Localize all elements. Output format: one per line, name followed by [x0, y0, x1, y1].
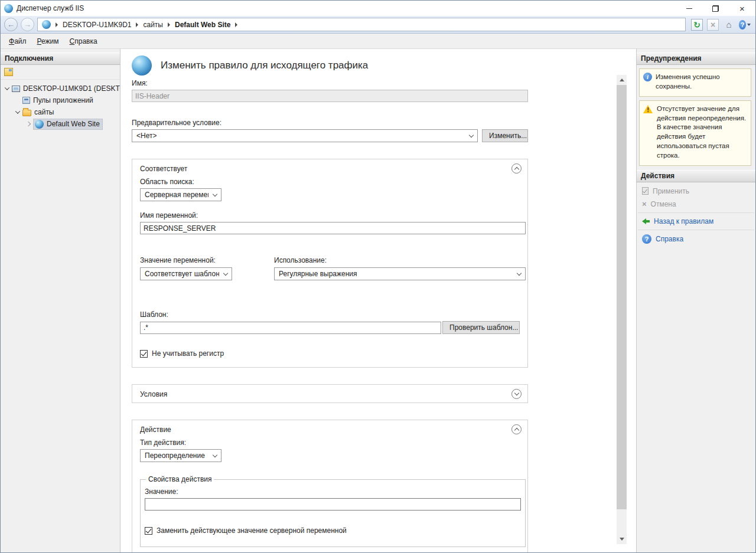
- conditions-section-header: Условия: [132, 385, 527, 403]
- help-action[interactable]: ? Справка: [637, 232, 755, 246]
- back-to-rules-label: Назад к правилам: [654, 217, 713, 225]
- action-section: Действие Тип действия: Переопределение С…: [132, 420, 528, 552]
- pattern-input[interactable]: [140, 322, 441, 334]
- tree-item-sites[interactable]: сайты: [1, 106, 120, 118]
- actions-divider: [638, 230, 754, 230]
- sites-folder-icon: [22, 110, 31, 116]
- precondition-row: <Нет> Изменить...: [132, 129, 540, 142]
- breadcrumb: DESKTOP-U1MK9D1 сайты Default Web Site: [37, 18, 686, 31]
- scrollbar-thumb[interactable]: [617, 85, 627, 509]
- match-section: Соответствует Область поиска: Серверная …: [132, 159, 528, 368]
- replace-value-checkbox[interactable]: [145, 527, 152, 535]
- test-pattern-button[interactable]: Проверить шаблон...: [442, 321, 520, 334]
- variable-value-select[interactable]: Соответствует шаблону: [140, 267, 232, 280]
- collapse-section-button[interactable]: [511, 424, 522, 434]
- address-bar: ← → DESKTOP-U1MK9D1 сайты Default Web Si…: [1, 16, 755, 34]
- action-type-select[interactable]: Переопределение: [140, 449, 221, 462]
- selected-tree-item[interactable]: Default Web Site: [33, 119, 103, 130]
- ignore-case-checkbox[interactable]: [140, 350, 148, 358]
- name-label: Имя:: [132, 79, 540, 87]
- variable-value-labels-row: Значение переменной: Использование:: [140, 256, 520, 264]
- content-area: Подключения DESKTOP-U1MK9D1 (DESKTOP Пул…: [1, 49, 755, 552]
- tree-item-label: Пулы приложений: [33, 96, 93, 104]
- scope-value: Серверная переменн: [145, 191, 208, 199]
- breadcrumb-separator-icon: [136, 22, 138, 27]
- back-arrow-icon: ←: [7, 20, 15, 29]
- name-input: [132, 90, 528, 102]
- scroll-up-button[interactable]: [617, 75, 627, 85]
- chevron-down-icon: [517, 270, 522, 275]
- breadcrumb-sites[interactable]: сайты: [143, 21, 163, 29]
- forward-arrow-icon: →: [24, 20, 31, 29]
- menu-view[interactable]: Режим: [32, 35, 64, 48]
- right-panel: Предупреждения i Изменения успешно сохра…: [636, 49, 755, 552]
- back-button[interactable]: ←: [4, 18, 18, 31]
- variable-value-controls-row: Соответствует шаблону Регулярные выражен…: [140, 267, 520, 280]
- expander-open-icon[interactable]: [5, 85, 9, 90]
- restore-button[interactable]: [702, 1, 729, 16]
- warning-alert-text: Отсутствует значение для действия переоп…: [657, 104, 747, 161]
- chevron-down-icon: [747, 24, 751, 26]
- precondition-select[interactable]: <Нет>: [132, 129, 478, 142]
- breadcrumb-separator-icon: [235, 22, 237, 27]
- help-menu-button[interactable]: ?: [739, 19, 751, 31]
- precondition-edit-button[interactable]: Изменить...: [482, 129, 528, 142]
- match-section-title: Соответствует: [140, 165, 187, 173]
- close-button[interactable]: ×: [729, 1, 755, 16]
- expander-closed-icon[interactable]: [26, 122, 31, 126]
- expand-section-button[interactable]: [511, 389, 522, 399]
- warning-icon: !: [643, 104, 653, 113]
- refresh-icon[interactable]: ↻: [691, 19, 703, 31]
- main-scrollbar[interactable]: [617, 75, 627, 544]
- replace-value-row: Заменить действующее значение серверной …: [145, 526, 521, 535]
- breadcrumb-server[interactable]: DESKTOP-U1MK9D1: [63, 21, 131, 29]
- help-icon: ?: [739, 20, 746, 30]
- menu-help[interactable]: Справка: [64, 35, 103, 48]
- cancel-icon: ×: [642, 200, 647, 208]
- breadcrumb-separator-icon: [56, 22, 58, 27]
- page-title: Изменить правило для исходящего трафика: [161, 60, 368, 71]
- chevron-down-icon: [213, 191, 217, 196]
- breadcrumb-default-web-site[interactable]: Default Web Site: [175, 21, 230, 29]
- conditions-section-title: Условия: [140, 390, 167, 398]
- menu-file[interactable]: Файл: [4, 35, 32, 48]
- breadcrumb-separator-icon: [168, 22, 170, 27]
- scrollbar-track[interactable]: [617, 85, 627, 534]
- help-label: Справка: [656, 235, 683, 243]
- main-content: Изменить правило для исходящего трафика …: [120, 49, 636, 552]
- tree-item-label: сайты: [34, 108, 54, 116]
- replace-value-label: Заменить действующее значение серверной …: [157, 526, 347, 535]
- tree-item-server[interactable]: DESKTOP-U1MK9D1 (DESKTOP: [1, 83, 120, 94]
- titlebar: Диспетчер служб IIS ×: [1, 1, 755, 16]
- forward-button[interactable]: →: [21, 18, 34, 31]
- create-connection-icon[interactable]: [4, 68, 13, 76]
- cancel-action: × Отмена: [637, 198, 755, 211]
- tree-item-app-pools[interactable]: Пулы приложений: [1, 94, 120, 106]
- restore-icon: [712, 5, 719, 12]
- connections-panel: Подключения DESKTOP-U1MK9D1 (DESKTOP Пул…: [1, 49, 120, 552]
- using-select[interactable]: Регулярные выражения: [274, 267, 526, 280]
- home-icon[interactable]: ⌂: [723, 19, 735, 31]
- page-header: Изменить правило для исходящего трафика: [120, 49, 636, 76]
- collapse-section-button[interactable]: [511, 163, 522, 174]
- scope-select[interactable]: Серверная переменн: [140, 188, 221, 201]
- iis-manager-window: Диспетчер служб IIS × ← → DESKTOP-U1MK9D…: [0, 0, 756, 553]
- minimize-button[interactable]: [676, 1, 702, 16]
- variable-name-label: Имя переменной:: [140, 211, 520, 220]
- variable-name-input[interactable]: [140, 222, 526, 234]
- actions-divider: [638, 212, 754, 213]
- warning-alert: ! Отсутствует значение для действия пере…: [639, 100, 751, 166]
- action-section-title: Действие: [140, 426, 171, 434]
- tree-item-default-web-site[interactable]: Default Web Site: [1, 118, 120, 130]
- back-to-rules-action[interactable]: Назад к правилам: [637, 215, 755, 228]
- expander-open-icon[interactable]: [15, 109, 20, 113]
- ignore-case-row: Не учитывать регистр: [140, 349, 520, 358]
- connections-tree: DESKTOP-U1MK9D1 (DESKTOP Пулы приложений…: [1, 80, 120, 130]
- close-icon: ×: [739, 4, 745, 13]
- scroll-down-button[interactable]: [617, 534, 627, 544]
- stop-icon[interactable]: ×: [707, 19, 719, 31]
- precondition-label: Предварительное условие:: [132, 119, 540, 127]
- action-value-input[interactable]: [145, 498, 521, 511]
- app-pools-icon: [22, 97, 30, 104]
- action-section-header: Действие: [132, 420, 527, 437]
